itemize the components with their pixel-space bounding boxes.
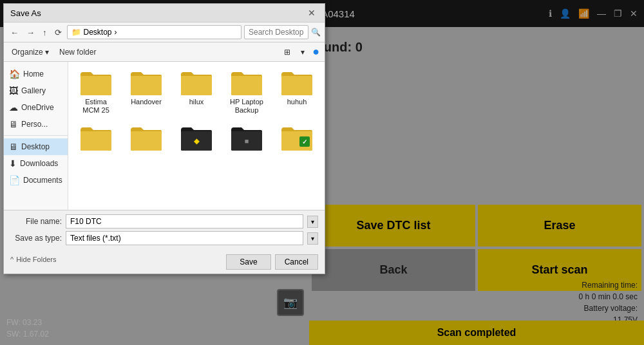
dialog-body: 🏠 Home 🖼 Gallery ☁ OneDrive 🖥 Perso... 🖥… [4,62,325,210]
personal-icon: 🖥 [9,119,18,129]
organize-button[interactable]: Organize ▾ [9,46,52,58]
save-as-dialog: Save As ✕ ← → ↑ ⟳ 📁 Desktop › 🔍 Organize… [3,3,325,274]
sidebar-downloads-label: Downloads [20,159,58,168]
search-input[interactable] [244,25,308,39]
sidebar-item-desktop[interactable]: 🖥 Desktop [4,138,68,155]
folder-icon-huhuh [280,70,314,97]
folder-handover-label: Handover [131,98,162,106]
folder-icon-hp [230,70,263,97]
sidebar-home-label: Home [23,70,44,79]
sidebar-onedrive-label: OneDrive [21,103,54,112]
path-text: Desktop [84,28,112,37]
view-toggle-button[interactable]: ⊞ [281,46,293,58]
filename-field: File name: ▾ [10,214,318,228]
filename-dropdown-btn[interactable]: ▾ [307,216,318,228]
sidebar-item-gallery[interactable]: 🖼 Gallery [4,82,68,99]
folder-huhuh-label: huhuh [287,98,307,106]
sidebar-documents-label: Documents [23,176,62,185]
nav-back-btn[interactable]: ← [8,26,21,39]
home-icon: 🏠 [9,69,20,79]
hide-folders-arrow: ^ [10,256,14,263]
svg-text:■: ■ [245,137,249,145]
dialog-files-area: Estima MCM 25 Handover hilux [68,62,325,210]
folder-r2-1[interactable] [73,122,118,156]
dialog-footer: File name: ▾ Save as type: ▾ ^ Hide Fold… [4,210,325,274]
folder-icon-estima [79,70,113,97]
filename-input[interactable] [66,214,303,228]
downloads-icon: ⬇ [9,158,17,169]
dialog-toolbar: ← → ↑ ⟳ 📁 Desktop › 🔍 [4,23,325,42]
cancel-button[interactable]: Cancel [275,254,318,270]
folder-icon-hilux [180,70,213,97]
savetype-field: Save as type: ▾ [10,231,318,245]
dialog-title: Save As [10,8,41,18]
path-folder-icon: 📁 [71,28,81,37]
folder-hp-laptop[interactable]: HP Laptop Backup [224,67,269,117]
folder-icon-r2-2 [129,125,163,152]
gallery-icon: 🖼 [9,86,18,96]
folder-huhuh[interactable]: huhuh [274,67,319,117]
hide-folders-label: Hide Folders [16,256,56,263]
folder-r2-dark2[interactable]: ■ [224,122,269,156]
folder-hilux-label: hilux [189,98,204,106]
sidebar-personal-label: Perso... [21,120,48,129]
documents-icon: 📄 [9,175,20,185]
savetype-label: Save as type: [10,234,62,243]
folder-r2-dark1[interactable]: ◆ [174,122,219,156]
hide-folders-toggle[interactable]: ^ Hide Folders [10,254,57,265]
desktop-icon: 🖥 [9,142,18,152]
folder-icon-dark2: ■ [230,125,263,152]
sidebar-divider [4,135,68,136]
folder-icon-check: ✓ [280,125,314,152]
folder-r2-2[interactable] [124,122,169,156]
sidebar-item-personal[interactable]: 🖥 Perso... [4,116,68,133]
svg-text:✓: ✓ [302,138,307,145]
sidebar-desktop-label: Desktop [21,142,50,151]
folder-hilux[interactable]: hilux [174,67,219,117]
files-grid: Estima MCM 25 Handover hilux [73,67,319,156]
search-icon: 🔍 [311,28,321,37]
dialog-sidebar: 🏠 Home 🖼 Gallery ☁ OneDrive 🖥 Perso... 🖥… [4,62,68,210]
folder-estima[interactable]: Estima MCM 25 [73,67,118,117]
folder-icon-dark1: ◆ [180,125,213,152]
sidebar-gallery-label: Gallery [21,86,46,95]
dialog-action-buttons: Save Cancel [226,254,318,270]
folder-icon-r2-1 [79,125,113,152]
save-button[interactable]: Save [226,254,270,270]
folder-handover[interactable]: Handover [124,67,169,117]
view-arrow-button[interactable]: ▾ [298,46,307,58]
nav-refresh-btn[interactable]: ⟳ [52,26,64,39]
path-bar[interactable]: 📁 Desktop › [67,25,242,39]
svg-text:◆: ◆ [193,137,200,145]
folder-icon-handover [129,70,163,97]
savetype-dropdown-btn[interactable]: ▾ [307,232,318,245]
sidebar-item-downloads[interactable]: ⬇ Downloads [4,155,68,172]
filename-label: File name: [10,217,62,226]
onedrive-icon: ☁ [9,102,18,113]
folder-estima-label: Estima MCM 25 [76,98,116,115]
sidebar-item-home[interactable]: 🏠 Home [4,66,68,82]
nav-forward-btn[interactable]: → [24,26,37,39]
dialog-actions-bar: Organize ▾ New folder ⊞ ▾ ● [4,42,325,62]
nav-up-btn[interactable]: ↑ [40,26,50,39]
folder-hp-label: HP Laptop Backup [227,98,267,115]
circle-icon: ● [312,45,319,59]
folder-r2-check[interactable]: ✓ [274,122,319,156]
path-chevron: › [115,28,117,37]
dialog-close-button[interactable]: ✕ [305,8,318,18]
sidebar-item-documents[interactable]: 📄 Documents [4,172,68,189]
dialog-title-bar: Save As ✕ [4,4,325,23]
savetype-input[interactable] [66,231,303,245]
sidebar-item-onedrive[interactable]: ☁ OneDrive [4,99,68,116]
new-folder-button[interactable]: New folder [57,46,99,58]
